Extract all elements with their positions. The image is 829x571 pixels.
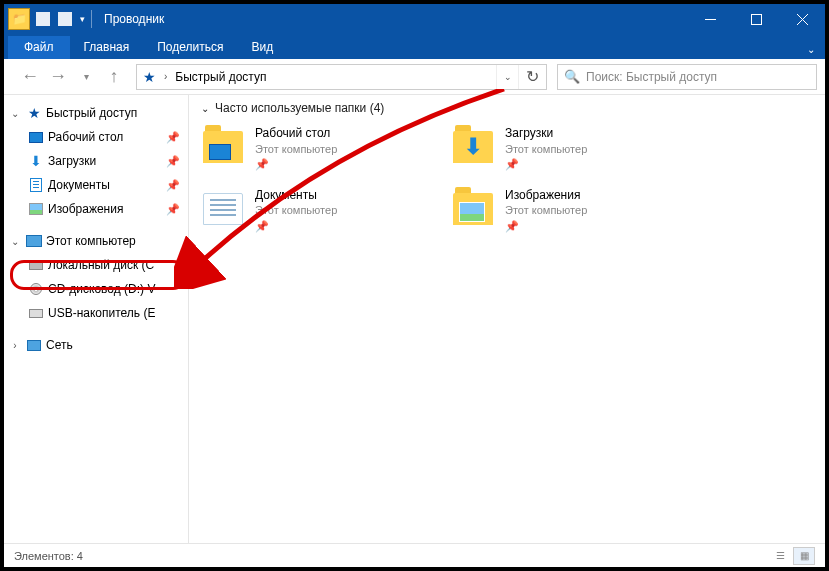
star-icon: ★: [143, 69, 156, 85]
sidebar-documents[interactable]: Документы 📌: [4, 173, 188, 197]
sidebar-item-label: Загрузки: [48, 154, 162, 168]
file-menu[interactable]: Файл: [8, 36, 70, 59]
pin-icon: 📌: [166, 155, 180, 168]
tile-subtitle: Этот компьютер: [255, 203, 337, 218]
minimize-button[interactable]: [687, 4, 733, 34]
svg-rect-1: [751, 14, 761, 24]
pin-icon: 📌: [505, 157, 587, 172]
pin-icon: 📌: [255, 157, 337, 172]
search-icon: 🔍: [564, 69, 580, 84]
tile-pictures[interactable]: Изображения Этот компьютер 📌: [451, 187, 661, 235]
forward-button[interactable]: →: [46, 65, 70, 89]
desktop-icon: [28, 129, 44, 145]
star-icon: ★: [26, 105, 42, 121]
downloads-icon: ⬇: [28, 153, 44, 169]
sidebar-pictures[interactable]: Изображения 📌: [4, 197, 188, 221]
tile-title: Загрузки: [505, 125, 587, 142]
breadcrumb[interactable]: Быстрый доступ: [169, 70, 272, 84]
explorer-window: 📁 ▾ Проводник Файл Главная Поделиться Ви…: [4, 4, 825, 567]
refresh-button[interactable]: ↻: [518, 65, 546, 89]
sidebar-item-label: Документы: [48, 178, 162, 192]
qat-item[interactable]: [58, 12, 72, 26]
nav-toolbar: ← → ▾ ↑ ★ › Быстрый доступ ⌄ ↻ 🔍 Поиск: …: [4, 59, 825, 95]
cd-icon: [28, 281, 44, 297]
sidebar-this-pc[interactable]: ⌄ Этот компьютер: [4, 229, 188, 253]
pin-icon: 📌: [166, 131, 180, 144]
sidebar-cd-drive[interactable]: CD-дисковод (D:) V: [4, 277, 188, 301]
titlebar: 📁 ▾ Проводник: [4, 4, 825, 34]
pin-icon: 📌: [505, 219, 587, 234]
sidebar-item-label: Этот компьютер: [46, 234, 188, 248]
ribbon-expand-icon[interactable]: ⌄: [807, 44, 815, 59]
pin-icon: 📌: [166, 203, 180, 216]
tile-desktop[interactable]: Рабочий стол Этот компьютер 📌: [201, 125, 411, 173]
content-pane[interactable]: ⌄ Часто используемые папки (4) Рабочий с…: [189, 95, 825, 543]
chevron-down-icon[interactable]: ⌄: [201, 103, 209, 114]
folder-grid: Рабочий стол Этот компьютер 📌 Загрузки Э…: [201, 125, 813, 234]
folder-documents-icon: [201, 187, 245, 231]
maximize-button[interactable]: [733, 4, 779, 34]
up-button[interactable]: ↑: [102, 65, 126, 89]
chevron-down-icon[interactable]: ⌄: [8, 108, 22, 119]
search-box[interactable]: 🔍 Поиск: Быстрый доступ: [557, 64, 817, 90]
usb-icon: [28, 305, 44, 321]
pin-icon: 📌: [166, 179, 180, 192]
sidebar-item-label: Быстрый доступ: [46, 106, 188, 120]
history-dropdown[interactable]: ▾: [74, 65, 98, 89]
tab-home[interactable]: Главная: [70, 36, 144, 59]
tile-subtitle: Этот компьютер: [255, 142, 337, 157]
status-bar: Элементов: 4 ☰ ▦: [4, 543, 825, 567]
folder-downloads-icon: [451, 125, 495, 169]
sidebar-item-label: Рабочий стол: [48, 130, 162, 144]
ribbon-tabs: Файл Главная Поделиться Вид ⌄: [4, 34, 825, 59]
tile-downloads[interactable]: Загрузки Этот компьютер 📌: [451, 125, 661, 173]
tile-documents[interactable]: Документы Этот компьютер 📌: [201, 187, 411, 235]
folder-desktop-icon: [201, 125, 245, 169]
tile-title: Рабочий стол: [255, 125, 337, 142]
section-title: Часто используемые папки (4): [215, 101, 384, 115]
disk-icon: [28, 257, 44, 273]
documents-icon: [28, 177, 44, 193]
sidebar-item-label: Локальный диск (C: [48, 258, 188, 272]
window-title: Проводник: [104, 12, 164, 26]
folder-pictures-icon: [451, 187, 495, 231]
tile-title: Документы: [255, 187, 337, 204]
back-button[interactable]: ←: [18, 65, 42, 89]
icons-view-button[interactable]: ▦: [793, 547, 815, 565]
qat-dropdown-icon[interactable]: ▾: [80, 14, 85, 24]
item-count: Элементов: 4: [14, 550, 83, 562]
chevron-down-icon[interactable]: ⌄: [8, 236, 22, 247]
pc-icon: [26, 233, 42, 249]
pin-icon: 📌: [255, 219, 337, 234]
address-dropdown[interactable]: ⌄: [496, 65, 518, 89]
tab-share[interactable]: Поделиться: [143, 36, 237, 59]
qat-item[interactable]: [36, 12, 50, 26]
tab-view[interactable]: Вид: [237, 36, 287, 59]
tile-subtitle: Этот компьютер: [505, 203, 587, 218]
navigation-pane: ⌄ ★ Быстрый доступ Рабочий стол 📌 ⬇ Загр…: [4, 95, 189, 543]
divider: [91, 10, 92, 28]
chevron-icon[interactable]: ›: [162, 71, 169, 82]
sidebar-item-label: Сеть: [46, 338, 188, 352]
network-icon: [26, 337, 42, 353]
close-button[interactable]: [779, 4, 825, 34]
tile-subtitle: Этот компьютер: [505, 142, 587, 157]
body: ⌄ ★ Быстрый доступ Рабочий стол 📌 ⬇ Загр…: [4, 95, 825, 543]
sidebar-downloads[interactable]: ⬇ Загрузки 📌: [4, 149, 188, 173]
sidebar-local-disk[interactable]: Локальный диск (C: [4, 253, 188, 277]
sidebar-item-label: Изображения: [48, 202, 162, 216]
pictures-icon: [28, 201, 44, 217]
section-header[interactable]: ⌄ Часто используемые папки (4): [201, 101, 813, 115]
sidebar-item-label: USB-накопитель (E: [48, 306, 188, 320]
sidebar-network[interactable]: › Сеть: [4, 333, 188, 357]
sidebar-desktop[interactable]: Рабочий стол 📌: [4, 125, 188, 149]
search-placeholder: Поиск: Быстрый доступ: [586, 70, 717, 84]
app-icon: 📁: [4, 8, 30, 30]
address-bar[interactable]: ★ › Быстрый доступ ⌄ ↻: [136, 64, 547, 90]
chevron-right-icon[interactable]: ›: [8, 340, 22, 351]
quick-access-toolbar[interactable]: ▾: [36, 12, 85, 26]
sidebar-usb-drive[interactable]: USB-накопитель (E: [4, 301, 188, 325]
sidebar-item-label: CD-дисковод (D:) V: [48, 282, 188, 296]
sidebar-quick-access[interactable]: ⌄ ★ Быстрый доступ: [4, 101, 188, 125]
details-view-button[interactable]: ☰: [769, 547, 791, 565]
